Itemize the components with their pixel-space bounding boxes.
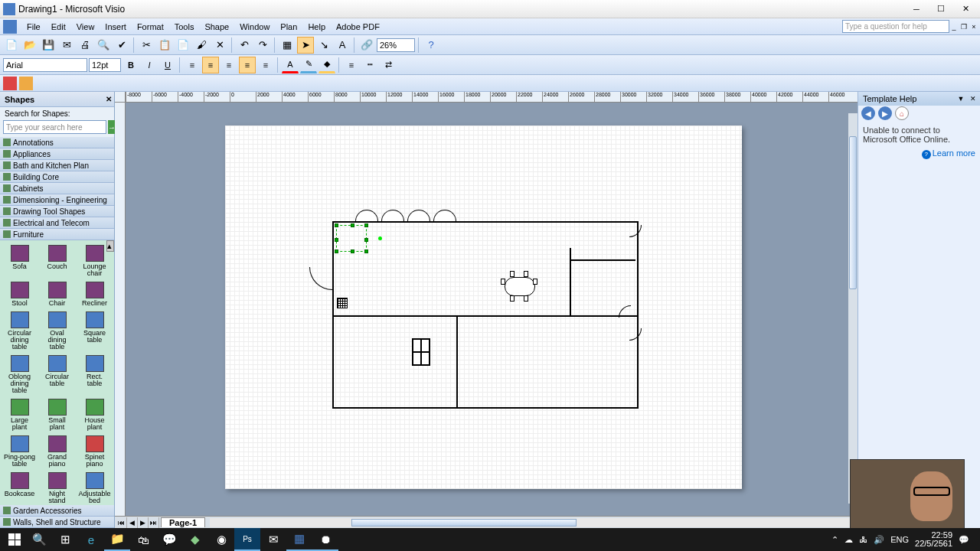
chair-shape[interactable]	[501, 279, 505, 285]
dining-table-shape[interactable]	[505, 277, 535, 296]
chair-shape[interactable]	[533, 279, 537, 285]
font-name-combo[interactable]	[3, 58, 87, 72]
mail-icon[interactable]: ✉	[260, 528, 286, 551]
chair-shape[interactable]	[524, 271, 528, 277]
mail-button[interactable]: ✉	[58, 37, 75, 54]
spell-button[interactable]: ✔	[113, 37, 130, 54]
tab-last-button[interactable]: ⏭	[149, 517, 159, 528]
mdi-close-button[interactable]: ×	[969, 22, 978, 31]
wall-room-vertical[interactable]	[570, 248, 571, 317]
connector-button[interactable]: ↘	[315, 37, 332, 54]
pdf-convert-icon[interactable]	[19, 77, 33, 90]
drawing-page[interactable]	[225, 126, 742, 489]
door-left[interactable]	[309, 267, 332, 290]
cut-button[interactable]: ✂	[138, 37, 155, 54]
shape-recliner[interactable]: Recliner	[77, 280, 113, 308]
undo-button[interactable]: ↶	[236, 37, 253, 54]
italic-button[interactable]: I	[141, 57, 158, 73]
save-button[interactable]: 💾	[40, 37, 57, 54]
category-furniture[interactable]: Furniture	[0, 229, 114, 240]
link-button[interactable]: 🔗	[358, 37, 375, 54]
shape-couch[interactable]: Couch	[39, 243, 75, 279]
shape-circular-dining-table[interactable]: Circular dining table	[2, 310, 38, 352]
shape-ping-pong-table[interactable]: Ping-pong table	[2, 434, 38, 469]
shape-large-plant[interactable]: Large plant	[2, 397, 38, 432]
maximize-button[interactable]: ☐	[929, 2, 952, 16]
shape-stool[interactable]: Stool	[2, 280, 38, 308]
help-back-button[interactable]: ◀	[861, 106, 875, 120]
delete-button[interactable]: ✕	[211, 37, 228, 54]
zoom-combo[interactable]	[377, 38, 415, 52]
line-weight-button[interactable]: ≡	[343, 57, 360, 73]
line-pattern-button[interactable]: ┅	[361, 57, 378, 73]
align-middle-button[interactable]: ≡	[239, 57, 256, 73]
align-left-button[interactable]: ≡	[184, 57, 201, 73]
tray-lang[interactable]: ENG	[890, 535, 909, 544]
category-building-core[interactable]: Building Core	[0, 171, 114, 183]
windows-top[interactable]	[355, 210, 456, 221]
start-button[interactable]	[3, 528, 26, 551]
category-garden-accessories[interactable]: Garden Accessories	[0, 505, 114, 517]
wall-horizontal[interactable]	[332, 315, 639, 317]
shape-adjustable-bed[interactable]: Adjustable bed	[77, 471, 113, 505]
shape-oblong-dining-table[interactable]: Oblong dining table	[2, 354, 38, 396]
app-icon-1[interactable]: ◆	[182, 528, 208, 551]
shape-oval-dining-table[interactable]: Oval dining table	[39, 310, 75, 352]
font-size-combo[interactable]	[89, 58, 121, 72]
close-button[interactable]: ✕	[954, 2, 977, 16]
door-right-2[interactable]	[629, 328, 642, 341]
fill-color-button[interactable]: ◆	[318, 57, 335, 73]
drawing-canvas[interactable]	[126, 103, 858, 516]
shape-sofa[interactable]: Sofa	[2, 243, 38, 279]
shapes-search-input[interactable]	[3, 120, 106, 134]
menu-adobe-pdf[interactable]: Adobe PDF	[331, 21, 385, 33]
selected-shape[interactable]	[336, 225, 367, 252]
menu-edit[interactable]: Edit	[46, 21, 71, 33]
tray-up-icon[interactable]: ⌃	[831, 535, 838, 545]
page-tab[interactable]: Page-1	[161, 517, 205, 527]
help-learn-more-link[interactable]: ?Learn more	[863, 148, 975, 159]
shape-night-stand[interactable]: Night stand	[39, 471, 75, 505]
category-cabinets[interactable]: Cabinets	[0, 183, 114, 194]
menu-tools[interactable]: Tools	[169, 21, 200, 33]
shape-small-plant[interactable]: Small plant	[39, 397, 75, 432]
category-dimensioning-engineering[interactable]: Dimensioning - Engineering	[0, 194, 114, 206]
menu-shape[interactable]: Shape	[199, 21, 234, 33]
explorer-icon[interactable]: 📁	[104, 528, 130, 551]
align-right-button[interactable]: ≡	[220, 57, 237, 73]
menu-help[interactable]: Help	[302, 21, 331, 33]
help-button[interactable]: ?	[423, 37, 439, 54]
chair-shape[interactable]	[510, 271, 514, 277]
menu-insert[interactable]: Insert	[100, 21, 132, 33]
line-color-button[interactable]: ✎	[300, 57, 317, 73]
copy-button[interactable]: 📋	[156, 37, 173, 54]
horizontal-scrollbar[interactable]	[210, 518, 853, 527]
bold-button[interactable]: B	[122, 57, 139, 73]
chair-shape[interactable]	[524, 295, 528, 302]
shape-square-table[interactable]: Square table	[77, 310, 113, 352]
task-view-icon[interactable]: ⊞	[52, 528, 78, 551]
format-painter-button[interactable]: 🖌	[193, 37, 210, 54]
menu-format[interactable]: Format	[132, 21, 169, 33]
visio-icon[interactable]	[3, 20, 17, 34]
search-icon[interactable]: 🔍	[26, 528, 52, 551]
mdi-minimize-button[interactable]: _	[949, 22, 959, 31]
shape-circular-table[interactable]: Circular table	[39, 354, 75, 396]
tab-first-button[interactable]: ⏮	[116, 517, 127, 528]
wall-vertical[interactable]	[456, 315, 458, 407]
category-bath-and-kitchen-plan[interactable]: Bath and Kitchen Plan	[0, 160, 114, 171]
shape-bookcase[interactable]: Bookcase	[2, 471, 38, 505]
pointer-button[interactable]: ➤	[297, 37, 314, 54]
underline-button[interactable]: U	[159, 57, 176, 73]
tray-network-icon[interactable]: 🖧	[859, 535, 867, 544]
tray-onedrive-icon[interactable]: ☁	[844, 535, 853, 545]
align-bottom-button[interactable]: ≡	[257, 57, 274, 73]
shapes-scroll-up[interactable]: ▴	[106, 240, 114, 252]
store-icon[interactable]: 🛍	[130, 528, 156, 551]
tray-clock[interactable]: 22:59 22/5/2561	[915, 531, 952, 548]
print-button[interactable]: 🖨	[77, 37, 93, 54]
rotation-handle[interactable]	[378, 236, 382, 240]
category-walls-shell-and-structure[interactable]: Walls, Shell and Structure	[0, 517, 114, 528]
menu-view[interactable]: View	[71, 21, 100, 33]
menu-file[interactable]: File	[21, 21, 46, 33]
